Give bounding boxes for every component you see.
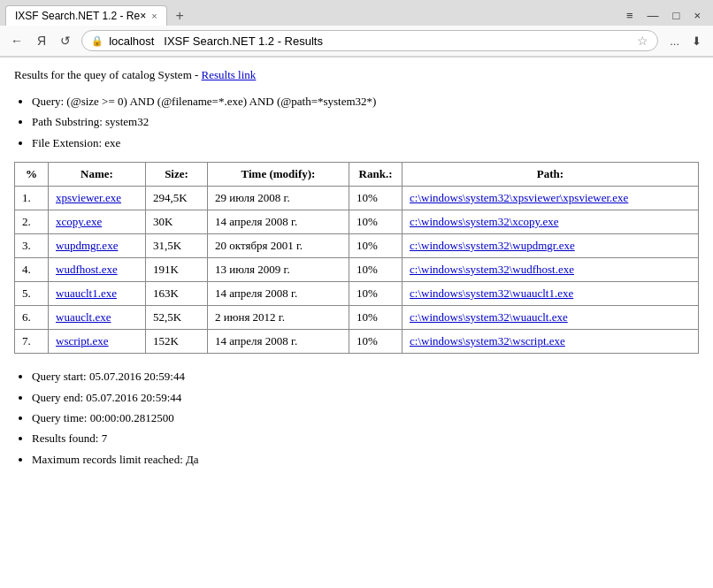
cell-num: 2. [15,210,49,234]
table-row: 7. wscript.exe 152K 14 апреля 2008 г. 10… [15,330,699,354]
footer-info-list: Query start: 05.07.2016 20:59:44 Query e… [14,366,699,470]
col-header-pct: % [15,163,49,187]
url-domain: localhost [109,34,154,48]
page-content: Results for the quey of catalog System -… [0,57,713,480]
tab-bar: IXSF Search.NET 1.2 - Re× × + ≡ — □ × [0,0,713,26]
cell-rank: 10% [349,210,402,234]
query-info-item-3: File Extension: exe [32,133,699,153]
cell-path[interactable]: c:\windows\system32\wudfhost.exe [402,258,699,282]
results-link[interactable]: Results link [202,68,257,81]
path-link[interactable]: c:\windows\system32\wupdmgr.exe [410,239,575,252]
cell-name[interactable]: wscript.exe [49,330,146,354]
cell-size: 152K [146,330,208,354]
cell-rank: 10% [349,330,402,354]
window-controls: ≡ — □ × [623,7,708,24]
table-row: 5. wuauclt1.exe 163K 14 апреля 2008 г. 1… [15,282,699,306]
cell-size: 163K [146,282,208,306]
name-link[interactable]: xpsviewer.exe [56,191,121,204]
col-header-rank: Rank.: [349,163,402,187]
close-button[interactable]: × [690,7,704,24]
path-link[interactable]: c:\windows\system32\wudfhost.exe [410,263,574,276]
table-header-row: % Name: Size: Time (modify): Rank.: Path… [15,163,699,187]
table-row: 2. xcopy.exe 30K 14 апреля 2008 г. 10% c… [15,210,699,234]
footer-item-4: Results found: 7 [32,428,699,448]
cell-name[interactable]: xpsviewer.exe [49,187,146,210]
path-link[interactable]: c:\windows\system32\wuauclt.exe [410,310,568,324]
cell-name[interactable]: wuauclt.exe [49,306,146,330]
cell-size: 30K [146,210,208,234]
cell-name[interactable]: xcopy.exe [49,210,146,234]
url-path: IXSF Search.NET 1.2 - Results [164,34,323,48]
cell-time: 14 апреля 2008 г. [208,282,349,306]
path-link[interactable]: c:\windows\system32\xpsviewer\xpsviewer.… [410,191,628,204]
tab-title: IXSF Search.NET 1.2 - Re× [15,10,146,22]
cell-time: 14 апреля 2008 г. [208,210,349,234]
name-link[interactable]: wupdmgr.exe [56,239,118,252]
extra-buttons: ... ⬇ [665,33,706,50]
lock-icon: 🔒 [91,35,104,47]
url-input[interactable]: 🔒 localhost IXSF Search.NET 1.2 - Result… [81,30,658,51]
cell-rank: 10% [349,306,402,330]
cell-rank: 10% [349,234,402,258]
query-info-item-1: Query: (@size >= 0) AND (@filename=*.exe… [32,91,699,111]
refresh-button[interactable]: ↺ [57,32,74,50]
footer-item-3: Query time: 00:00:00.2812500 [32,408,699,428]
active-tab[interactable]: IXSF Search.NET 1.2 - Re× × [5,5,167,26]
browser-chrome: IXSF Search.NET 1.2 - Re× × + ≡ — □ × ← … [0,0,713,57]
cell-path[interactable]: c:\windows\system32\wuauclt1.exe [402,282,699,306]
col-header-time: Time (modify): [208,163,349,187]
menu-button[interactable]: ≡ [623,7,637,24]
cell-path[interactable]: c:\windows\system32\wupdmgr.exe [402,234,699,258]
download-button[interactable]: ⬇ [687,33,706,50]
cell-time: 14 апреля 2008 г. [208,330,349,354]
name-link[interactable]: xcopy.exe [56,215,102,228]
cell-name[interactable]: wuauclt1.exe [49,282,146,306]
cell-time: 29 июля 2008 г. [208,187,349,210]
cell-time: 13 июля 2009 г. [208,258,349,282]
name-link[interactable]: wscript.exe [56,334,109,347]
table-row: 3. wupdmgr.exe 31,5K 20 октября 2001 г. … [15,234,699,258]
forward-button[interactable]: Я [34,32,50,50]
table-row: 6. wuauclt.exe 52,5K 2 июня 2012 г. 10% … [15,306,699,330]
query-info-item-2: Path Substring: system32 [32,111,699,132]
back-button[interactable]: ← [7,32,27,50]
path-link[interactable]: c:\windows\system32\wscript.exe [410,334,565,347]
result-header-prefix: Results for the quey of catalog System - [14,68,202,81]
more-button[interactable]: ... [665,33,684,50]
cell-path[interactable]: c:\windows\system32\wscript.exe [402,330,699,354]
url-text: localhost IXSF Search.NET 1.2 - Results [109,34,632,48]
address-bar: ← Я ↺ 🔒 localhost IXSF Search.NET 1.2 - … [0,26,713,57]
cell-size: 31,5K [146,234,208,258]
table-row: 1. xpsviewer.exe 294,5K 29 июля 2008 г. … [15,187,699,210]
cell-name[interactable]: wupdmgr.exe [49,234,146,258]
cell-size: 52,5K [146,306,208,330]
name-link[interactable]: wuauclt1.exe [56,286,117,300]
cell-num: 5. [15,282,49,306]
name-link[interactable]: wudfhost.exe [56,263,118,276]
cell-num: 4. [15,258,49,282]
minimize-button[interactable]: — [644,7,663,24]
cell-name[interactable]: wudfhost.exe [49,258,146,282]
results-table: % Name: Size: Time (modify): Rank.: Path… [14,162,699,354]
cell-path[interactable]: c:\windows\system32\wuauclt.exe [402,306,699,330]
path-link[interactable]: c:\windows\system32\wuauclt1.exe [410,286,573,300]
bookmark-star-icon[interactable]: ☆ [637,34,648,48]
cell-time: 20 октября 2001 г. [208,234,349,258]
footer-item-1: Query start: 05.07.2016 20:59:44 [32,366,699,386]
path-link[interactable]: c:\windows\system32\xcopy.exe [410,215,559,228]
cell-num: 6. [15,306,49,330]
footer-item-5: Maximum records limit reached: Да [32,449,699,470]
name-link[interactable]: wuauclt.exe [56,310,111,324]
cell-num: 1. [15,187,49,210]
cell-num: 7. [15,330,49,354]
cell-time: 2 июня 2012 г. [208,306,349,330]
cell-path[interactable]: c:\windows\system32\xcopy.exe [402,210,699,234]
maximize-button[interactable]: □ [670,7,684,24]
table-row: 4. wudfhost.exe 191K 13 июля 2009 г. 10%… [15,258,699,282]
cell-path[interactable]: c:\windows\system32\xpsviewer\xpsviewer.… [402,187,699,210]
cell-size: 294,5K [146,187,208,210]
cell-rank: 10% [349,282,402,306]
cell-rank: 10% [349,187,402,210]
tab-close-button[interactable]: × [151,11,157,21]
new-tab-button[interactable]: + [171,8,189,24]
